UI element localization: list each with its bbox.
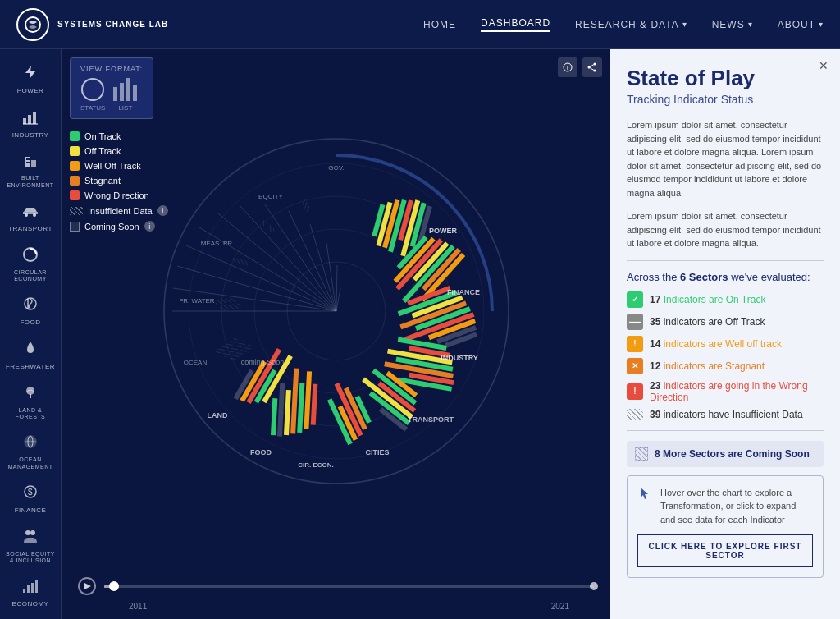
coming-soon-legend-label: Coming Soon <box>84 222 139 232</box>
well-off-track-color <box>70 161 80 171</box>
building-icon <box>22 152 39 172</box>
right-panel: ✕ State of Play Tracking Indicator Statu… <box>610 49 840 619</box>
legend-insufficient: Insufficient Data i <box>70 205 168 216</box>
nav-research[interactable]: RESEARCH & DATA ▾ <box>575 19 687 30</box>
sidebar-item-power[interactable]: POWER <box>0 57 61 102</box>
view-format-icons: STATUS LIST <box>80 78 143 112</box>
coming-soon-box-text: 8 More Sectors are Coming Soon <box>655 448 810 460</box>
sidebar-label-food: FOOD <box>20 319 40 327</box>
across-suffix: we've evaluated: <box>728 271 810 283</box>
wrong-direction-color <box>70 190 80 200</box>
svg-text:LAND: LAND <box>207 411 227 420</box>
well-off-track-badge: ! <box>627 336 643 352</box>
svg-point-0 <box>25 17 40 32</box>
sidebar-label-ocean: OCEAN MANAGEMENT <box>4 456 57 470</box>
stat-well-off-track: ! 14 indicators are Well off track <box>627 336 824 352</box>
coming-soon-checkbox[interactable] <box>70 222 80 232</box>
stagnant-stat-text: 12 indicators are Stagnant <box>650 360 765 372</box>
transport-icon <box>22 202 39 222</box>
sidebar-item-social-equity[interactable]: SOCIAL EQUITY & INCLUSION <box>0 521 61 571</box>
close-button[interactable]: ✕ <box>815 57 832 74</box>
list-view-icon[interactable]: LIST <box>113 78 137 112</box>
stagnant-num: 12 <box>650 360 660 372</box>
sidebar-item-freshwater[interactable]: FRESHWATER <box>0 333 61 378</box>
radial-chart-svg[interactable]: POWER FINANCE INDUSTRY TRANSPORT CITIES … <box>139 114 533 508</box>
svg-rect-114 <box>220 303 241 310</box>
sidebar-item-built-environment[interactable]: BUILT ENVIRONMENT <box>0 145 61 195</box>
sidebar-label-circular: CIRCULAR ECONOMY <box>4 269 57 283</box>
nav-news[interactable]: NEWS ▾ <box>712 19 753 30</box>
svg-text:FR. WATER: FR. WATER <box>179 297 214 305</box>
wrong-direction-stat-text: 23 indicators are going in the Wrong Dir… <box>650 380 824 403</box>
svg-text:INDUSTRY: INDUSTRY <box>441 354 478 362</box>
coming-soon-square-icon <box>635 447 648 461</box>
sidebar-item-food[interactable]: FOOD <box>0 289 61 333</box>
status-view-icon[interactable]: STATUS <box>80 78 105 112</box>
panel-divider-1 <box>627 260 824 261</box>
sidebar-item-finance[interactable]: $ FINANCE <box>0 477 61 521</box>
across-sectors-count: 6 Sectors <box>680 271 728 283</box>
on-track-color <box>70 131 80 141</box>
hover-text: Hover over the chart to explore a Transf… <box>660 486 813 527</box>
cursor-icon <box>637 486 652 505</box>
insufficient-info-icon[interactable]: i <box>158 205 168 216</box>
svg-rect-3 <box>28 115 31 124</box>
explore-first-sector-button[interactable]: CLICK HERE TO EXPLORE FIRST SECTOR <box>637 534 813 567</box>
nav-home[interactable]: HOME <box>423 19 456 30</box>
ocean-icon <box>22 433 39 454</box>
view-format-label: VIEW FORMAT: <box>80 65 143 73</box>
svg-point-12 <box>25 213 28 217</box>
chart-area[interactable]: POWER FINANCE INDUSTRY TRANSPORT CITIES … <box>62 49 610 573</box>
svg-rect-118 <box>301 199 311 212</box>
timeline-track[interactable] <box>104 585 594 588</box>
svg-point-25 <box>30 530 35 535</box>
svg-rect-116 <box>231 257 249 267</box>
timeline-labels: 2011 2021 <box>78 598 594 611</box>
sidebar: POWER INDUSTRY BUILT ENVIRONMENT TRANSPO… <box>0 49 62 619</box>
sidebar-label-industry: INDUSTRY <box>12 131 49 140</box>
logo-icon[interactable] <box>16 8 49 41</box>
share-button[interactable] <box>582 57 602 77</box>
play-button[interactable] <box>78 577 96 595</box>
sidebar-item-industry[interactable]: INDUSTRY <box>0 102 61 146</box>
sidebar-item-transport[interactable]: TRANSPORT <box>0 195 61 240</box>
wrong-direction-badge: ! <box>627 383 643 400</box>
hover-info-box: Hover over the chart to explore a Transf… <box>627 475 824 579</box>
off-track-label: Off Track <box>84 146 121 156</box>
timeline-end-thumb[interactable] <box>590 582 598 590</box>
insufficient-stat-text: 39 indicators have Insufficient Data <box>650 409 803 420</box>
radial-chart-wrap: POWER FINANCE INDUSTRY TRANSPORT CITIES … <box>139 114 533 508</box>
svg-text:CIR. ECON.: CIR. ECON. <box>298 461 334 469</box>
nav-dashboard[interactable]: DASHBOARD <box>481 17 550 32</box>
circular-icon <box>22 246 39 267</box>
timeline-controls <box>78 577 594 595</box>
svg-line-36 <box>589 67 595 71</box>
sidebar-label-economy: ECONOMY <box>12 600 49 608</box>
stagnant-label: Stagnant <box>84 176 121 186</box>
sidebar-item-ocean[interactable]: OCEAN MANAGEMENT <box>0 427 61 477</box>
coming-soon-info-icon[interactable]: i <box>144 221 155 232</box>
timeline-end-year: 2021 <box>551 602 569 611</box>
svg-rect-7 <box>31 160 36 167</box>
svg-rect-11 <box>28 162 30 163</box>
sidebar-item-circular-economy[interactable]: CIRCULAR ECONOMY <box>0 240 61 290</box>
sidebar-item-economy[interactable]: ECONOMY <box>0 571 61 615</box>
sidebar-label-built: BUILT ENVIRONMENT <box>4 175 57 189</box>
sidebar-item-land-forests[interactable]: LAND & FORESTS <box>0 378 61 428</box>
nav-about[interactable]: ABOUT ▾ <box>778 19 824 30</box>
legend-off-track: Off Track <box>70 146 168 156</box>
legend-well-off-track: Well Off Track <box>70 161 168 171</box>
info-button[interactable]: i <box>558 57 578 77</box>
timeline-thumb[interactable] <box>109 581 119 591</box>
svg-text:FOOD: FOOD <box>250 448 272 456</box>
svg-point-13 <box>33 213 36 217</box>
on-track-label: On Track <box>84 131 121 141</box>
across-sectors-text: Across the 6 Sectors we've evaluated: <box>627 271 824 283</box>
research-dropdown-arrow: ▾ <box>682 20 687 29</box>
sidebar-label-power: POWER <box>17 87 44 95</box>
insufficient-stat-label: indicators have Insufficient Data <box>664 409 803 420</box>
svg-rect-103 <box>284 390 291 435</box>
nav-links: HOME DASHBOARD RESEARCH & DATA ▾ NEWS ▾ … <box>423 17 824 32</box>
logo-text: SYSTEMS CHANGE LAB <box>57 19 168 30</box>
stat-stagnant: ✕ 12 indicators are Stagnant <box>627 358 824 374</box>
